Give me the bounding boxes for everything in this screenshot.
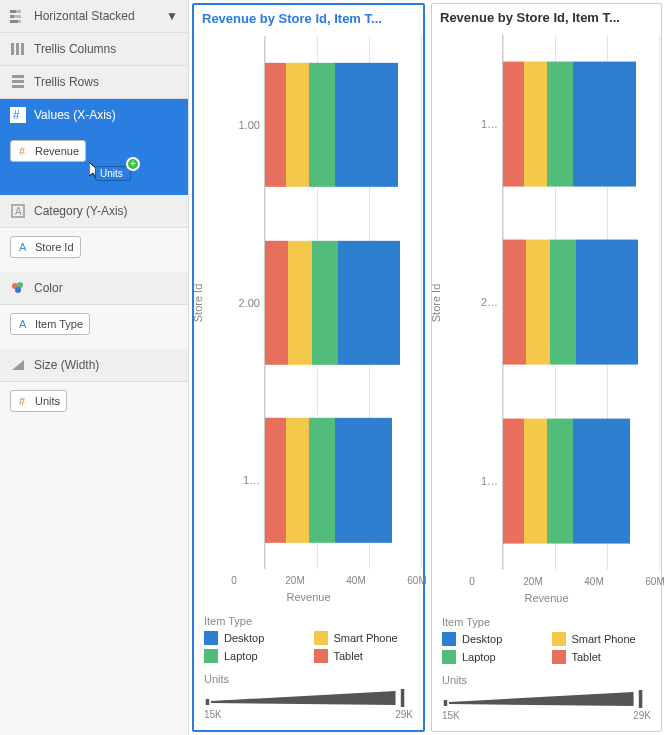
size-icon: [10, 357, 26, 373]
size-min: 15K: [204, 709, 222, 720]
bar-segment[interactable]: [309, 418, 335, 542]
chart-canvas: Revenue by Store Id, Item T...Store Id1.…: [189, 0, 665, 735]
legend-title: Item Type: [442, 616, 651, 628]
color-shelf-body[interactable]: A Item Type: [0, 305, 188, 349]
category-chip-storeid[interactable]: A Store Id: [10, 236, 81, 258]
legend-swatch: [204, 649, 218, 663]
svg-marker-23: [12, 360, 24, 370]
chip-label: Units: [35, 395, 60, 407]
values-chip-revenue[interactable]: # Revenue: [10, 140, 86, 162]
bar-segment[interactable]: [286, 63, 309, 187]
svg-text:A: A: [15, 206, 22, 217]
svg-text:#: #: [13, 108, 20, 122]
legend-item[interactable]: Desktop: [204, 631, 304, 645]
values-label: Values (X-Axis): [34, 108, 116, 122]
panel-title: Revenue by Store Id, Item T...: [194, 5, 423, 32]
y-axis-label: Store Id: [192, 283, 204, 322]
legend-item[interactable]: Desktop: [442, 632, 542, 646]
bar-segment[interactable]: [265, 240, 288, 364]
bar-segment[interactable]: [573, 418, 630, 543]
size-shelf-header[interactable]: Size (Width): [0, 349, 188, 382]
bar-segment[interactable]: [576, 240, 638, 365]
bar-segment[interactable]: [338, 240, 400, 364]
trellis-columns-icon: [10, 41, 26, 57]
caret-down-icon: ▼: [166, 9, 178, 23]
svg-marker-25: [211, 691, 396, 705]
bar-segment[interactable]: [524, 418, 547, 543]
stacked-bar-icon: [10, 8, 26, 24]
trellis-columns-label: Trellis Columns: [34, 42, 116, 56]
category-tick: 1…: [474, 392, 502, 570]
svg-text:#: #: [19, 145, 26, 157]
category-shelf-body[interactable]: A Store Id: [0, 228, 188, 272]
chart-panel[interactable]: Revenue by Store Id, Item T...Store Id1……: [431, 3, 662, 732]
x-tick: 20M: [285, 575, 304, 586]
x-axis-label: Revenue: [194, 591, 423, 603]
legend-swatch: [314, 631, 328, 645]
size-shelf-body[interactable]: # Units: [0, 382, 188, 426]
hash-icon: #: [10, 107, 26, 123]
bar-segment[interactable]: [265, 418, 286, 542]
svg-rect-6: [11, 43, 14, 55]
legend-label: Smart Phone: [334, 632, 398, 644]
bar-segment[interactable]: [547, 418, 573, 543]
bar-segment[interactable]: [526, 240, 549, 365]
size-legend-title: Units: [204, 673, 413, 685]
legend-item[interactable]: Smart Phone: [314, 631, 414, 645]
bar-segment[interactable]: [503, 240, 526, 365]
bar-segment[interactable]: [550, 240, 576, 365]
values-shelf-body[interactable]: # Revenue Units+: [0, 132, 188, 195]
bar-segment[interactable]: [335, 418, 392, 542]
x-tick: 40M: [584, 576, 603, 587]
legend-swatch: [552, 650, 566, 664]
add-icon: +: [126, 157, 140, 171]
size-max: 29K: [395, 709, 413, 720]
bar-segment[interactable]: [547, 62, 573, 187]
legend-item[interactable]: Laptop: [204, 649, 304, 663]
bar-row: 1.00: [236, 36, 421, 214]
bar-segment[interactable]: [524, 62, 547, 187]
trellis-columns-shelf[interactable]: Trellis Columns: [0, 33, 188, 66]
bar-segment[interactable]: [335, 63, 397, 187]
bar-segment[interactable]: [309, 63, 335, 187]
legend-title: Item Type: [204, 615, 413, 627]
bar-segment[interactable]: [286, 418, 309, 542]
chart-panel[interactable]: Revenue by Store Id, Item T...Store Id1.…: [192, 3, 425, 732]
bar-segment[interactable]: [503, 418, 524, 543]
config-sidebar: Horizontal Stacked ▼ Trellis Columns Tre…: [0, 0, 189, 735]
measure-icon: #: [17, 394, 31, 408]
size-chip-units[interactable]: # Units: [10, 390, 67, 412]
size-max: 29K: [633, 710, 651, 721]
svg-rect-0: [10, 10, 16, 13]
svg-rect-11: [12, 85, 24, 88]
legend-item[interactable]: Tablet: [314, 649, 414, 663]
legend-item[interactable]: Laptop: [442, 650, 542, 664]
bar-segment[interactable]: [312, 240, 338, 364]
svg-rect-4: [10, 20, 18, 23]
svg-rect-8: [21, 43, 24, 55]
x-tick: 0: [469, 576, 475, 587]
legend-swatch: [442, 650, 456, 664]
legend-item[interactable]: Smart Phone: [552, 632, 652, 646]
bar-segment[interactable]: [288, 240, 311, 364]
attribute-icon: A: [17, 317, 31, 331]
svg-rect-9: [12, 75, 24, 78]
category-shelf-header[interactable]: A Category (Y-Axis): [0, 195, 188, 228]
color-chip-itemtype[interactable]: A Item Type: [10, 313, 90, 335]
x-axis-label: Revenue: [432, 592, 661, 604]
legend-label: Laptop: [462, 651, 496, 663]
x-tick: 20M: [523, 576, 542, 587]
bar-segment[interactable]: [503, 62, 524, 187]
bar-segment[interactable]: [573, 62, 635, 187]
trellis-rows-shelf[interactable]: Trellis Rows: [0, 66, 188, 99]
svg-text:#: #: [19, 395, 26, 407]
legend-label: Desktop: [224, 632, 264, 644]
legend-item[interactable]: Tablet: [552, 650, 652, 664]
drag-ghost: Units+: [95, 166, 131, 181]
color-shelf-header[interactable]: Color: [0, 272, 188, 305]
values-shelf-header[interactable]: # Values (X-Axis): [0, 99, 188, 132]
chart-type-dropdown[interactable]: Horizontal Stacked ▼: [0, 0, 188, 33]
size-legend-wedge: [204, 689, 413, 707]
bar-segment[interactable]: [265, 63, 286, 187]
panel-title: Revenue by Store Id, Item T...: [432, 4, 661, 31]
